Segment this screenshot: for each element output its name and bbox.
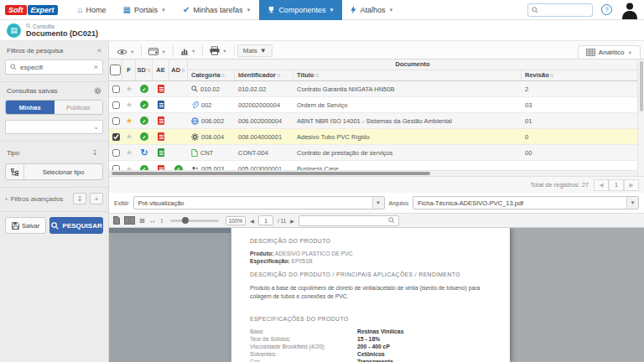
single-page-icon[interactable]: [113, 216, 120, 225]
next-page-button[interactable]: ▶: [624, 179, 639, 191]
scrollbar-thumb[interactable]: [112, 172, 430, 175]
revisao-value: 2: [525, 85, 528, 93]
filter-search-input[interactable]: [20, 64, 91, 71]
pdf-pane-scrollbar[interactable]: [109, 228, 231, 233]
nav-minhas-tarefas[interactable]: ✔ Minhas tarefas ▼: [174, 0, 259, 20]
pdf-file-icon[interactable]: [158, 116, 164, 125]
clear-search-icon[interactable]: ×: [94, 63, 98, 71]
table-row-selected[interactable]: ★ ✔ 008.004 008.004000001 Adesivo Tubo P…: [109, 129, 637, 145]
user-avatar[interactable]: [621, 1, 639, 19]
favorite-star-icon[interactable]: ★: [126, 101, 132, 109]
table-row[interactable]: ★ ✔ 002 002002000004 Ordem de Serviço 03: [109, 97, 637, 113]
column-ad[interactable]: AD⇅: [169, 59, 188, 80]
zoom-slider-knob[interactable]: [182, 217, 189, 224]
add-filter-icon[interactable]: +: [90, 193, 103, 204]
apply-filter-icon[interactable]: ↧: [88, 147, 101, 158]
next-pdf-page-button[interactable]: ▶: [290, 218, 294, 224]
favorite-star-icon[interactable]: ★: [126, 85, 132, 93]
advanced-filters-label[interactable]: Filtros avançados: [11, 195, 70, 203]
print-button[interactable]: ▼: [205, 44, 231, 57]
column-ae[interactable]: AE: [153, 59, 169, 80]
pdf-search-input[interactable]: [303, 218, 386, 224]
column-sd[interactable]: SD⇅: [136, 59, 153, 80]
save-button-label: Salvar: [22, 222, 39, 230]
pdf-page-input[interactable]: [258, 215, 273, 225]
help-icon[interactable]: ?: [601, 4, 612, 15]
fit-height-icon[interactable]: ↕: [160, 217, 164, 225]
column-identificador[interactable]: Identificador⇅: [235, 70, 293, 80]
search-icon: [10, 64, 17, 70]
tab-minhas[interactable]: Minhas: [6, 101, 55, 114]
view-mode-analitico[interactable]: Analítico ▼: [578, 45, 641, 59]
global-search-input[interactable]: [538, 6, 585, 13]
save-button[interactable]: Salvar: [5, 217, 46, 234]
row-checkbox[interactable]: [112, 133, 120, 141]
file-select[interactable]: Ficha-Técnica-ADESIVO-PVC_13.pdf ▼: [413, 196, 639, 209]
identificador-value: 002002000004: [238, 101, 280, 109]
pdf-file-icon[interactable]: [158, 165, 164, 171]
current-page[interactable]: 1: [609, 179, 624, 191]
saved-queries-label: Consultas salvas: [7, 87, 57, 95]
zoom-level[interactable]: 100%: [226, 216, 247, 225]
row-checkbox[interactable]: [112, 149, 120, 157]
vertical-scrollbar[interactable]: [637, 59, 644, 176]
column-revisao[interactable]: Revisão⇅: [522, 70, 637, 80]
table-row[interactable]: ★ ↻ CNT CONT-004 Contrato de prestação d…: [109, 145, 637, 161]
doc-file-icon[interactable]: [158, 101, 164, 109]
column-favorite[interactable]: F: [122, 59, 136, 80]
favorite-star-icon[interactable]: ★: [126, 165, 132, 171]
saved-query-select[interactable]: ⌄: [5, 120, 103, 134]
published-icon: ✔: [174, 165, 183, 171]
nav-portais[interactable]: ▦ Portais ▼: [115, 0, 174, 20]
titulo-value: Contrato de prestação de serviços: [297, 149, 392, 157]
pdf-file-icon[interactable]: [158, 85, 164, 93]
chart-button[interactable]: ▼: [176, 45, 200, 57]
column-titulo[interactable]: Título⇅: [293, 70, 522, 80]
revisao-value: 00: [525, 149, 532, 157]
prev-page-button[interactable]: ◀: [594, 179, 609, 191]
column-categoria[interactable]: Categoria⇅: [188, 70, 235, 80]
table-row[interactable]: ★ ✔ 010.02 010.02.02 Contrato Garantia N…: [109, 81, 637, 97]
row-checkbox[interactable]: [112, 165, 120, 170]
row-checkbox[interactable]: [112, 85, 120, 93]
apply-filter-icon[interactable]: ↧: [73, 193, 86, 204]
spec-value: EP051B: [292, 258, 313, 264]
layout-button[interactable]: ▼: [144, 46, 169, 57]
chevron-down-icon: ▼: [161, 8, 166, 13]
prev-pdf-page-button[interactable]: ◀: [250, 218, 254, 224]
xls-file-icon[interactable]: [158, 148, 164, 157]
pdf-file-icon[interactable]: [158, 132, 164, 141]
fit-width-icon[interactable]: ↔: [149, 217, 156, 225]
collapse-panel-icon[interactable]: «: [97, 46, 101, 54]
tab-publicas[interactable]: Públicas: [55, 101, 103, 114]
display-select[interactable]: Pré-visualização ▼: [133, 196, 385, 209]
horizontal-scrollbar[interactable]: [109, 170, 637, 176]
pdf-viewer[interactable]: DESCRIÇÃO DO PRODUTO Produto: ADESIVO PL…: [109, 228, 644, 362]
nav-atalhos[interactable]: Atalhos ▼: [342, 0, 402, 20]
row-checkbox[interactable]: [112, 117, 120, 125]
pdf-heading-2: DESCRIÇÃO DO PRODUTO / PRINCIPAIS APLICA…: [250, 272, 491, 277]
favorite-star-icon[interactable]: ★: [126, 132, 132, 141]
more-actions-button[interactable]: Mais ▼: [237, 44, 273, 57]
view-options-button[interactable]: ▼: [112, 47, 138, 57]
zoom-slider[interactable]: [170, 220, 219, 222]
gear-icon[interactable]: [94, 87, 101, 95]
categoria-value: 006.002: [201, 117, 224, 125]
approved-icon: ✔: [140, 165, 148, 171]
pdf-page-total: / 11: [278, 218, 286, 224]
nav-componentes[interactable]: Componentes ▼: [259, 0, 342, 20]
select-type-button[interactable]: Selecionar tipo: [5, 163, 103, 180]
row-checkbox[interactable]: [112, 101, 120, 109]
favorite-star-icon[interactable]: ★: [126, 116, 132, 125]
softexpert-logo[interactable]: Soft Expert: [5, 5, 58, 15]
pesquisar-button[interactable]: PESQUISAR: [49, 217, 103, 234]
table-row[interactable]: ★ ✔ 006.002 006.002000004 ABNT NBR ISO 1…: [109, 113, 637, 129]
scrollbar-thumb[interactable]: [640, 61, 643, 111]
two-page-icon[interactable]: [124, 216, 135, 225]
select-all-checkbox[interactable]: [110, 65, 121, 75]
nav-home[interactable]: ⌂ Home: [70, 0, 115, 20]
search-icon[interactable]: [388, 217, 395, 224]
thumbnail-grid-icon[interactable]: ⊞: [139, 217, 145, 225]
favorite-star-icon[interactable]: ★: [126, 148, 132, 157]
table-row[interactable]: ★ ✔ ✔ 005.003 005.003000001 Business Cas…: [109, 161, 637, 170]
